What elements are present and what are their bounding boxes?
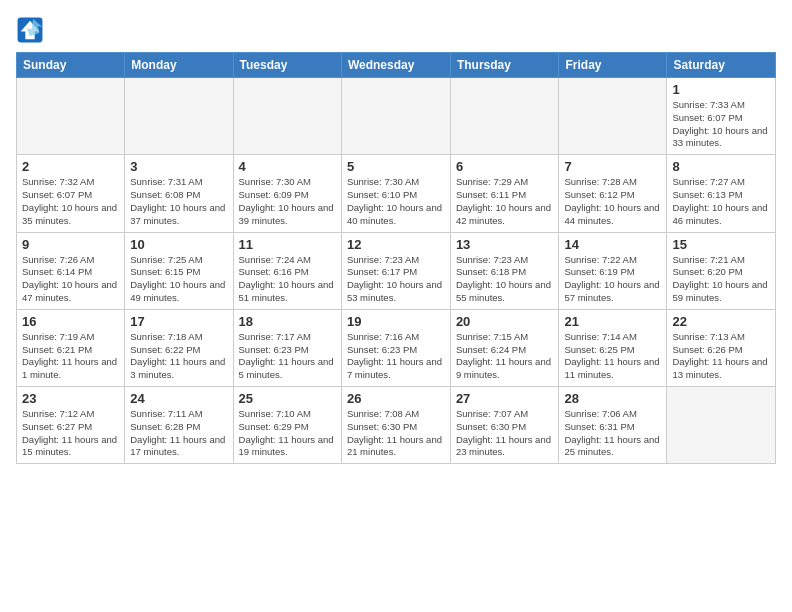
day-info: Sunrise: 7:25 AM Sunset: 6:15 PM Dayligh… — [130, 254, 227, 305]
day-number: 5 — [347, 159, 445, 174]
day-number: 14 — [564, 237, 661, 252]
calendar-cell: 8Sunrise: 7:27 AM Sunset: 6:13 PM Daylig… — [667, 155, 776, 232]
day-info: Sunrise: 7:19 AM Sunset: 6:21 PM Dayligh… — [22, 331, 119, 382]
calendar-cell — [667, 387, 776, 464]
day-info: Sunrise: 7:23 AM Sunset: 6:18 PM Dayligh… — [456, 254, 554, 305]
day-info: Sunrise: 7:31 AM Sunset: 6:08 PM Dayligh… — [130, 176, 227, 227]
day-info: Sunrise: 7:17 AM Sunset: 6:23 PM Dayligh… — [239, 331, 336, 382]
calendar-cell: 14Sunrise: 7:22 AM Sunset: 6:19 PM Dayli… — [559, 232, 667, 309]
logo — [16, 16, 48, 44]
day-number: 19 — [347, 314, 445, 329]
calendar-week-row: 2Sunrise: 7:32 AM Sunset: 6:07 PM Daylig… — [17, 155, 776, 232]
day-number: 15 — [672, 237, 770, 252]
day-info: Sunrise: 7:22 AM Sunset: 6:19 PM Dayligh… — [564, 254, 661, 305]
day-info: Sunrise: 7:14 AM Sunset: 6:25 PM Dayligh… — [564, 331, 661, 382]
day-info: Sunrise: 7:15 AM Sunset: 6:24 PM Dayligh… — [456, 331, 554, 382]
day-info: Sunrise: 7:24 AM Sunset: 6:16 PM Dayligh… — [239, 254, 336, 305]
calendar-cell: 19Sunrise: 7:16 AM Sunset: 6:23 PM Dayli… — [341, 309, 450, 386]
weekday-header-row: SundayMondayTuesdayWednesdayThursdayFrid… — [17, 53, 776, 78]
day-info: Sunrise: 7:29 AM Sunset: 6:11 PM Dayligh… — [456, 176, 554, 227]
calendar-cell — [233, 78, 341, 155]
calendar-cell: 18Sunrise: 7:17 AM Sunset: 6:23 PM Dayli… — [233, 309, 341, 386]
day-info: Sunrise: 7:27 AM Sunset: 6:13 PM Dayligh… — [672, 176, 770, 227]
weekday-header-wednesday: Wednesday — [341, 53, 450, 78]
calendar-week-row: 1Sunrise: 7:33 AM Sunset: 6:07 PM Daylig… — [17, 78, 776, 155]
page-header — [16, 16, 776, 44]
calendar-cell — [17, 78, 125, 155]
calendar-week-row: 16Sunrise: 7:19 AM Sunset: 6:21 PM Dayli… — [17, 309, 776, 386]
day-info: Sunrise: 7:11 AM Sunset: 6:28 PM Dayligh… — [130, 408, 227, 459]
day-info: Sunrise: 7:16 AM Sunset: 6:23 PM Dayligh… — [347, 331, 445, 382]
calendar-cell: 25Sunrise: 7:10 AM Sunset: 6:29 PM Dayli… — [233, 387, 341, 464]
day-info: Sunrise: 7:13 AM Sunset: 6:26 PM Dayligh… — [672, 331, 770, 382]
day-info: Sunrise: 7:26 AM Sunset: 6:14 PM Dayligh… — [22, 254, 119, 305]
day-info: Sunrise: 7:33 AM Sunset: 6:07 PM Dayligh… — [672, 99, 770, 150]
day-info: Sunrise: 7:06 AM Sunset: 6:31 PM Dayligh… — [564, 408, 661, 459]
day-number: 18 — [239, 314, 336, 329]
calendar-cell: 1Sunrise: 7:33 AM Sunset: 6:07 PM Daylig… — [667, 78, 776, 155]
calendar-cell — [559, 78, 667, 155]
day-number: 2 — [22, 159, 119, 174]
calendar-cell: 12Sunrise: 7:23 AM Sunset: 6:17 PM Dayli… — [341, 232, 450, 309]
day-number: 3 — [130, 159, 227, 174]
calendar-cell: 6Sunrise: 7:29 AM Sunset: 6:11 PM Daylig… — [450, 155, 559, 232]
day-number: 22 — [672, 314, 770, 329]
calendar-cell: 22Sunrise: 7:13 AM Sunset: 6:26 PM Dayli… — [667, 309, 776, 386]
day-number: 13 — [456, 237, 554, 252]
day-number: 4 — [239, 159, 336, 174]
calendar-cell: 2Sunrise: 7:32 AM Sunset: 6:07 PM Daylig… — [17, 155, 125, 232]
calendar-cell: 7Sunrise: 7:28 AM Sunset: 6:12 PM Daylig… — [559, 155, 667, 232]
calendar-cell: 23Sunrise: 7:12 AM Sunset: 6:27 PM Dayli… — [17, 387, 125, 464]
weekday-header-sunday: Sunday — [17, 53, 125, 78]
calendar-cell: 20Sunrise: 7:15 AM Sunset: 6:24 PM Dayli… — [450, 309, 559, 386]
calendar-cell — [341, 78, 450, 155]
weekday-header-thursday: Thursday — [450, 53, 559, 78]
day-info: Sunrise: 7:28 AM Sunset: 6:12 PM Dayligh… — [564, 176, 661, 227]
day-number: 24 — [130, 391, 227, 406]
day-number: 11 — [239, 237, 336, 252]
calendar-week-row: 23Sunrise: 7:12 AM Sunset: 6:27 PM Dayli… — [17, 387, 776, 464]
calendar-cell: 15Sunrise: 7:21 AM Sunset: 6:20 PM Dayli… — [667, 232, 776, 309]
day-number: 1 — [672, 82, 770, 97]
calendar-cell: 3Sunrise: 7:31 AM Sunset: 6:08 PM Daylig… — [125, 155, 233, 232]
day-info: Sunrise: 7:21 AM Sunset: 6:20 PM Dayligh… — [672, 254, 770, 305]
calendar-cell: 4Sunrise: 7:30 AM Sunset: 6:09 PM Daylig… — [233, 155, 341, 232]
day-number: 7 — [564, 159, 661, 174]
calendar-cell — [450, 78, 559, 155]
weekday-header-friday: Friday — [559, 53, 667, 78]
day-info: Sunrise: 7:30 AM Sunset: 6:10 PM Dayligh… — [347, 176, 445, 227]
day-number: 17 — [130, 314, 227, 329]
day-number: 6 — [456, 159, 554, 174]
calendar-cell: 21Sunrise: 7:14 AM Sunset: 6:25 PM Dayli… — [559, 309, 667, 386]
day-number: 20 — [456, 314, 554, 329]
calendar-cell: 24Sunrise: 7:11 AM Sunset: 6:28 PM Dayli… — [125, 387, 233, 464]
day-info: Sunrise: 7:12 AM Sunset: 6:27 PM Dayligh… — [22, 408, 119, 459]
day-number: 27 — [456, 391, 554, 406]
day-number: 25 — [239, 391, 336, 406]
weekday-header-tuesday: Tuesday — [233, 53, 341, 78]
day-number: 26 — [347, 391, 445, 406]
calendar-cell: 5Sunrise: 7:30 AM Sunset: 6:10 PM Daylig… — [341, 155, 450, 232]
day-info: Sunrise: 7:23 AM Sunset: 6:17 PM Dayligh… — [347, 254, 445, 305]
logo-icon — [16, 16, 44, 44]
day-number: 8 — [672, 159, 770, 174]
calendar-cell — [125, 78, 233, 155]
calendar-cell: 28Sunrise: 7:06 AM Sunset: 6:31 PM Dayli… — [559, 387, 667, 464]
calendar-table: SundayMondayTuesdayWednesdayThursdayFrid… — [16, 52, 776, 464]
day-number: 12 — [347, 237, 445, 252]
day-info: Sunrise: 7:08 AM Sunset: 6:30 PM Dayligh… — [347, 408, 445, 459]
calendar-cell: 13Sunrise: 7:23 AM Sunset: 6:18 PM Dayli… — [450, 232, 559, 309]
day-number: 28 — [564, 391, 661, 406]
day-number: 9 — [22, 237, 119, 252]
weekday-header-monday: Monday — [125, 53, 233, 78]
day-info: Sunrise: 7:07 AM Sunset: 6:30 PM Dayligh… — [456, 408, 554, 459]
day-number: 16 — [22, 314, 119, 329]
calendar-week-row: 9Sunrise: 7:26 AM Sunset: 6:14 PM Daylig… — [17, 232, 776, 309]
day-number: 23 — [22, 391, 119, 406]
day-info: Sunrise: 7:32 AM Sunset: 6:07 PM Dayligh… — [22, 176, 119, 227]
day-number: 21 — [564, 314, 661, 329]
calendar-cell: 9Sunrise: 7:26 AM Sunset: 6:14 PM Daylig… — [17, 232, 125, 309]
day-info: Sunrise: 7:30 AM Sunset: 6:09 PM Dayligh… — [239, 176, 336, 227]
weekday-header-saturday: Saturday — [667, 53, 776, 78]
calendar-cell: 26Sunrise: 7:08 AM Sunset: 6:30 PM Dayli… — [341, 387, 450, 464]
